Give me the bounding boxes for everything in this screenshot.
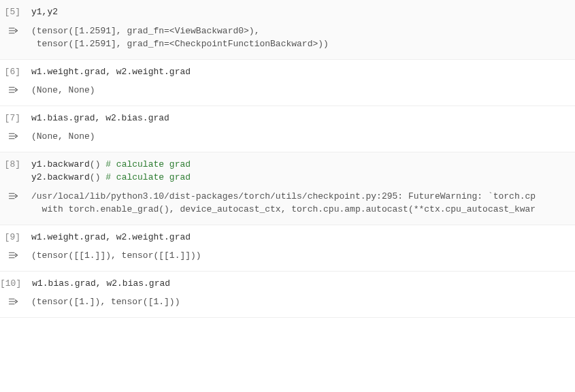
cell-input-row: [9] w1.weight.grad, w2.weight.grad [0, 225, 575, 247]
code-input[interactable]: w1.bias.grad, w2.bias.grad [27, 112, 575, 125]
cell-output-row: (tensor([[1.]]), tensor([[1.]])) [0, 246, 575, 271]
notebook-cells: [5] y1,y2 (tensor([1.2591], grad_fn=<Vie… [0, 0, 575, 318]
code-text: w1.bias.grad, w2.bias.grad [32, 278, 170, 289]
cell: [10] w1.bias.grad, w2.bias.grad (tensor(… [0, 272, 575, 318]
output-arrow-icon [8, 250, 20, 260]
cell-input-row: [5] y1,y2 [0, 0, 575, 22]
cell-output-row: (None, None) [0, 81, 575, 105]
output-arrow-icon [8, 191, 20, 201]
execution-count: [8] [0, 158, 27, 184]
output-text: (None, None) [27, 84, 575, 97]
output-arrow-icon [8, 297, 20, 306]
output-text: (tensor([1.2591], grad_fn=<ViewBackward0… [27, 24, 575, 51]
cell: [8] y1.backward() # calculate grad y2.ba… [0, 152, 575, 225]
cell-input-row: [10] w1.bias.grad, w2.bias.grad [0, 272, 575, 293]
execution-count: [10] [0, 277, 28, 291]
cell: [6] w1.weight.grad, w2.weight.grad (None… [0, 60, 575, 106]
cell: [5] y1,y2 (tensor([1.2591], grad_fn=<Vie… [0, 0, 575, 60]
cell-output-row: (None, None) [0, 127, 575, 152]
output-indicator [0, 295, 27, 309]
code-input[interactable]: w1.weight.grad, w2.weight.grad [27, 65, 575, 79]
cell-input-row: [8] y1.backward() # calculate grad y2.ba… [0, 152, 575, 187]
cell-output-row: (tensor([1.]), tensor([1.])) [0, 293, 575, 317]
output-text: (tensor([[1.]]), tensor([[1.]])) [27, 249, 575, 263]
code-input[interactable]: w1.bias.grad, w2.bias.grad [28, 277, 575, 291]
code-text: w1.bias.grad, w2.bias.grad [31, 113, 169, 123]
output-indicator [0, 190, 27, 216]
code-text: w1.weight.grad, w2.weight.grad [31, 67, 191, 77]
output-arrow-icon [8, 131, 20, 141]
cell-input-row: [6] w1.weight.grad, w2.weight.grad [0, 60, 575, 82]
execution-count: [5] [0, 5, 27, 19]
output-indicator [0, 84, 27, 97]
output-text: /usr/local/lib/python3.10/dist-packages/… [27, 190, 575, 216]
code-text: w1.weight.grad, w2.weight.grad [31, 232, 191, 242]
execution-count: [6] [0, 65, 27, 79]
output-indicator [0, 249, 27, 263]
cell-output-row: /usr/local/lib/python3.10/dist-packages/… [0, 187, 575, 225]
code-text: y1.backward() # calculate grad y2.backwa… [31, 159, 191, 183]
output-arrow-icon [8, 26, 20, 35]
cell: [7] w1.bias.grad, w2.bias.grad (None, No… [0, 106, 575, 152]
cell: [9] w1.weight.grad, w2.weight.grad (tens… [0, 225, 575, 272]
output-arrow-icon [8, 85, 20, 95]
code-input[interactable]: w1.weight.grad, w2.weight.grad [27, 231, 575, 244]
cell-output-row: (tensor([1.2591], grad_fn=<ViewBackward0… [0, 22, 575, 59]
cell-input-row: [7] w1.bias.grad, w2.bias.grad [0, 106, 575, 128]
code-text: y1,y2 [31, 7, 58, 17]
output-indicator [0, 130, 27, 144]
code-input[interactable]: y1,y2 [27, 5, 575, 19]
execution-count: [7] [0, 112, 27, 125]
output-indicator [0, 24, 27, 51]
code-input[interactable]: y1.backward() # calculate grad y2.backwa… [27, 158, 575, 184]
output-text: (tensor([1.]), tensor([1.])) [27, 295, 575, 309]
output-text: (None, None) [27, 130, 575, 144]
execution-count: [9] [0, 231, 27, 244]
